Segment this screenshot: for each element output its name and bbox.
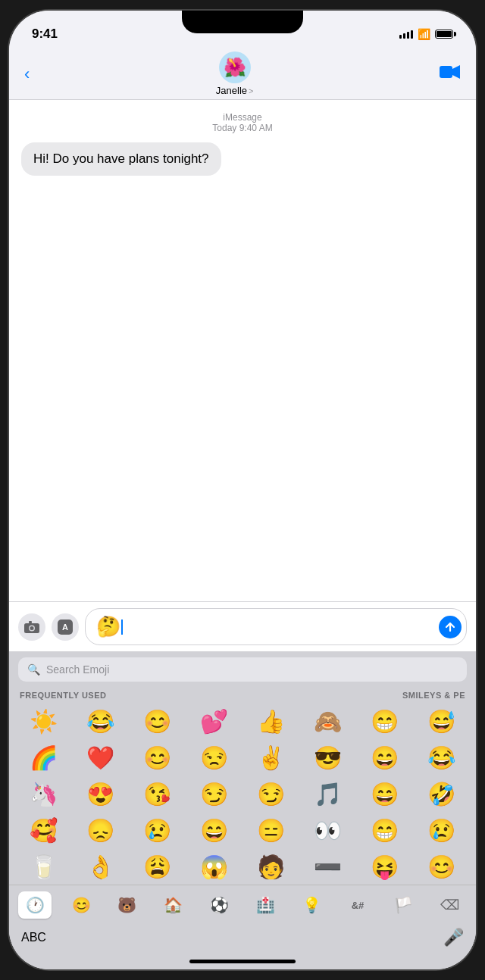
svg-point-4 (30, 626, 34, 630)
abc-button[interactable]: ABC (21, 931, 46, 944)
phone-frame: 9:41 📶 ‹ 🌺 (8, 9, 477, 971)
send-button[interactable] (439, 616, 462, 638)
svg-rect-0 (440, 66, 452, 78)
emoji-red-heart[interactable]: ❤️ (72, 741, 129, 774)
tab-smileys[interactable]: 😊 (64, 891, 98, 919)
emoji-smile[interactable]: 😊 (129, 704, 186, 738)
tab-flags[interactable]: 🏳️ (387, 891, 421, 919)
status-time: 9:41 (32, 27, 58, 42)
emoji-keyboard: 🔍 Search Emoji FREQUENTLY USED SMILEYS &… (9, 651, 476, 969)
emoji-sun[interactable]: ☀️ (15, 704, 72, 738)
emoji-laugh2[interactable]: 😄 (186, 813, 242, 847)
emoji-row-3: 🦄 😍 😘 😏 😏 🎵 😄 🤣 (9, 776, 476, 812)
emoji-ok[interactable]: 👌 (72, 850, 129, 883)
emoji-person[interactable]: 🧑 (242, 850, 299, 883)
emoji-rainbow[interactable]: 🌈 (15, 741, 72, 774)
emoji-surprised[interactable]: 😱 (186, 850, 242, 883)
chevron-right-icon: > (249, 86, 253, 95)
emoji-tired[interactable]: 😩 (129, 850, 186, 883)
emoji-thumbsup[interactable]: 👍 (242, 704, 299, 738)
emoji-disappointed[interactable]: 😞 (72, 813, 129, 847)
emoji-row-1: ☀️ 😂 😊 💕 👍 🙈 😁 😅 (9, 703, 476, 739)
emoji-cry-laugh[interactable]: 😂 (413, 741, 470, 774)
emoji-sweat-smile[interactable]: 😅 (413, 704, 470, 738)
thinking-emoji: 🤔 (96, 615, 120, 638)
message-text: Hi! Do you have plans tonight? (33, 151, 209, 166)
emoji-music[interactable]: 🎵 (299, 777, 356, 810)
svg-marker-1 (452, 65, 460, 79)
emoji-minus[interactable]: ➖ (299, 850, 356, 883)
tab-animals[interactable]: 🐻 (111, 891, 144, 919)
emoji-row-5: 🥛 👌 😩 😱 🧑 ➖ 😝 😊 (9, 848, 476, 885)
emoji-love[interactable]: 🥰 (15, 813, 72, 847)
delete-button[interactable]: ⌫ (433, 891, 467, 919)
emoji-sunglasses[interactable]: 😎 (299, 741, 356, 774)
search-icon: 🔍 (27, 663, 40, 676)
emoji-tongue[interactable]: 😝 (356, 850, 413, 883)
frequently-used-label: FREQUENTLY USED (20, 691, 106, 700)
home-indicator (189, 960, 296, 963)
emoji-happy[interactable]: 😊 (129, 741, 186, 774)
emoji-section-header: FREQUENTLY USED SMILEYS & PE (9, 688, 476, 703)
text-cursor (121, 620, 123, 635)
emoji-cry[interactable]: 😢 (129, 813, 186, 847)
emoji-peace[interactable]: ✌️ (242, 741, 299, 774)
emoji-unicorn[interactable]: 🦄 (15, 777, 72, 810)
emoji-zany[interactable]: 😄 (356, 777, 413, 810)
imessage-label: iMessage (21, 112, 464, 123)
emoji-eyes[interactable]: 👀 (299, 813, 356, 847)
message-area: iMessage Today 9:40 AM Hi! Do you have p… (9, 100, 476, 601)
microphone-icon[interactable]: 🎤 (443, 928, 464, 947)
message-meta: iMessage Today 9:40 AM (21, 112, 464, 133)
emoji-expressionless[interactable]: 😑 (242, 813, 299, 847)
emoji-grin[interactable]: 😁 (356, 704, 413, 738)
message-row: Hi! Do you have plans tonight? (21, 142, 464, 176)
emoji-cry2[interactable]: 😢 (413, 813, 470, 847)
tab-recent[interactable]: 🕐 (18, 891, 52, 919)
emoji-hearts[interactable]: 💕 (186, 704, 242, 738)
avatar: 🌺 (219, 51, 251, 83)
emoji-grid: ☀️ 😂 😊 💕 👍 🙈 😁 😅 🌈 ❤️ 😊 😒 ✌️ 😎 (9, 703, 476, 885)
signal-bars-icon (399, 30, 413, 39)
back-button[interactable]: ‹ (24, 64, 30, 84)
input-area: A 🤔 (9, 601, 476, 651)
status-icons: 📶 (399, 28, 453, 40)
emoji-milk[interactable]: 🥛 (15, 850, 72, 883)
emoji-rofl[interactable]: 🤣 (413, 777, 470, 810)
emoji-heart-eyes[interactable]: 😍 (72, 777, 129, 810)
emoji-search-input[interactable]: Search Emoji (46, 663, 109, 676)
emoji-row-2: 🌈 ❤️ 😊 😒 ✌️ 😎 😄 😂 (9, 739, 476, 776)
message-bubble: Hi! Do you have plans tonight? (21, 142, 221, 176)
message-input[interactable]: 🤔 (85, 608, 467, 645)
nav-bar: ‹ 🌺 Janelle > (9, 48, 476, 100)
emoji-search-bar[interactable]: 🔍 Search Emoji (18, 657, 467, 682)
notch (182, 11, 303, 33)
wifi-icon: 📶 (418, 28, 430, 40)
emoji-wink[interactable]: 😏 (242, 777, 299, 810)
svg-text:A: A (62, 623, 68, 632)
tab-activities[interactable]: ⚽ (203, 891, 236, 919)
emoji-unamused[interactable]: 😒 (186, 741, 242, 774)
camera-button[interactable] (18, 613, 45, 641)
contact-header[interactable]: 🌺 Janelle > (216, 51, 254, 96)
emoji-laugh-cry[interactable]: 😂 (72, 704, 129, 738)
tab-food[interactable]: 🏠 (157, 891, 190, 919)
emoji-monkey[interactable]: 🙈 (299, 704, 356, 738)
smileys-label: SMILEYS & PE (402, 691, 465, 700)
phone-screen: 9:41 📶 ‹ 🌺 (9, 11, 476, 969)
battery-icon (435, 30, 453, 39)
emoji-grin2[interactable]: 😁 (356, 813, 413, 847)
app-store-button[interactable]: A (52, 613, 79, 641)
emoji-tab-bar: 🕐 😊 🐻 🏠 ⚽ 🏥 💡 &# 🏳️ ⌫ (9, 885, 476, 923)
message-timestamp: Today 9:40 AM (21, 123, 464, 133)
tab-extra[interactable]: &# (341, 891, 374, 919)
emoji-beam[interactable]: 😄 (356, 741, 413, 774)
emoji-smirk[interactable]: 😏 (186, 777, 242, 810)
emoji-row-4: 🥰 😞 😢 😄 😑 👀 😁 😢 (9, 812, 476, 848)
emoji-kiss[interactable]: 😘 (129, 777, 186, 810)
tab-places[interactable]: 🏥 (249, 891, 282, 919)
emoji-smile2[interactable]: 😊 (413, 850, 470, 883)
svg-rect-5 (29, 621, 32, 623)
video-call-button[interactable] (440, 64, 461, 85)
tab-symbols[interactable]: 💡 (295, 891, 328, 919)
